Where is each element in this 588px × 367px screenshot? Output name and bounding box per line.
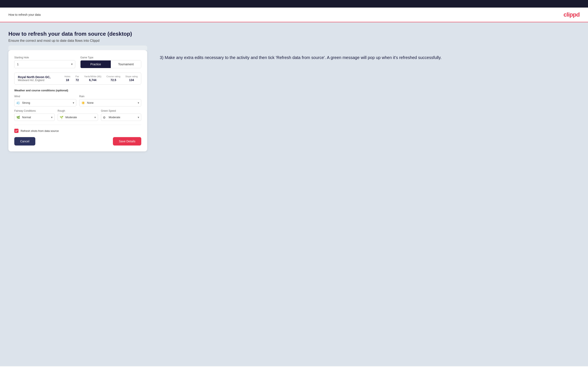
form-card: Starting Hole 1 10 ▼ Game Type Practice … xyxy=(9,50,147,151)
conditions-section-title: Weather and course conditions (optional) xyxy=(14,89,141,92)
rain-group: Rain ☀️ None Light Heavy ▼ xyxy=(79,95,141,107)
top-bar xyxy=(0,0,588,8)
wind-select[interactable]: Strong Light None xyxy=(14,99,76,107)
course-rating-label: Course rating xyxy=(106,75,120,78)
course-stats: Holes 18 Par 72 Yards/White (M)) 6,744 xyxy=(65,75,138,82)
green-speed-group: Green Speed ⊙ Moderate Slow Fast ▼ xyxy=(101,109,141,121)
game-type-label: Game Type xyxy=(80,56,141,59)
logo: clippd xyxy=(564,11,579,18)
header: How to refresh your data clippd xyxy=(0,8,588,22)
yards-value: 6,744 xyxy=(89,78,96,82)
green-speed-label: Green Speed xyxy=(101,109,141,112)
divider xyxy=(14,125,141,125)
refresh-label: Refresh shots from data source xyxy=(21,129,59,133)
holes-label: Holes xyxy=(65,75,70,78)
wind-select-wrapper: 💨 Strong Light None ▼ xyxy=(14,99,76,107)
cancel-button[interactable]: Cancel xyxy=(14,137,35,145)
game-type-toggle: Practice Tournament xyxy=(80,60,141,68)
course-table: Royal North Devon GC, Westward Ho!, Engl… xyxy=(14,72,141,85)
course-name-primary: Royal North Devon GC, xyxy=(18,75,65,79)
fairway-select-wrapper: 🌿 Normal Soft Firm ▼ xyxy=(14,114,55,121)
rain-select-wrapper: ☀️ None Light Heavy ▼ xyxy=(79,99,141,107)
slope-rating-stat: Slope rating 134 xyxy=(125,75,138,82)
rough-label: Rough xyxy=(58,109,98,112)
wind-rain-row: Wind 💨 Strong Light None ▼ Rain ☀️ xyxy=(14,95,141,107)
course-name-secondary: Westward Ho!, England xyxy=(18,79,65,82)
yards-stat: Yards/White (M)) 6,744 xyxy=(84,75,101,82)
header-title: How to refresh your data xyxy=(9,13,41,16)
rough-select[interactable]: Moderate Light Heavy xyxy=(58,114,98,121)
holes-value: 18 xyxy=(66,78,69,82)
rough-select-wrapper: 🌱 Moderate Light Heavy ▼ xyxy=(58,114,98,121)
yards-label: Yards/White (M)) xyxy=(84,75,101,78)
practice-button[interactable]: Practice xyxy=(80,60,111,68)
fairway-rough-green-row: Fairway Conditions 🌿 Normal Soft Firm ▼ … xyxy=(14,109,141,121)
holes-stat: Holes 18 xyxy=(65,75,70,82)
par-stat: Par 72 xyxy=(76,75,79,82)
par-value: 72 xyxy=(76,78,79,82)
refresh-checkbox[interactable] xyxy=(14,129,18,133)
course-name: Royal North Devon GC, Westward Ho!, Engl… xyxy=(18,75,65,82)
button-row: Cancel Save Details xyxy=(14,137,141,145)
green-speed-select[interactable]: Moderate Slow Fast xyxy=(101,114,141,121)
starting-hole-label: Starting Hole xyxy=(14,56,75,59)
content-layout: Starting Hole 1 10 ▼ Game Type Practice … xyxy=(9,50,579,151)
fairway-group: Fairway Conditions 🌿 Normal Soft Firm ▼ xyxy=(14,109,55,121)
starting-hole-select[interactable]: 1 10 xyxy=(14,60,75,68)
wind-group: Wind 💨 Strong Light None ▼ xyxy=(14,95,76,107)
slope-rating-value: 134 xyxy=(129,78,134,82)
wind-label: Wind xyxy=(14,95,76,98)
right-panel: 3) Make any extra edits necessary to the… xyxy=(160,50,579,61)
fairway-label: Fairway Conditions xyxy=(14,109,55,112)
fairway-select[interactable]: Normal Soft Firm xyxy=(14,114,55,121)
rain-label: Rain xyxy=(79,95,141,98)
starting-hole-group: Starting Hole 1 10 ▼ xyxy=(14,56,75,68)
slope-rating-label: Slope rating xyxy=(125,75,138,78)
tournament-button[interactable]: Tournament xyxy=(111,60,141,68)
footer: Copyright Clippd 2022 xyxy=(0,366,588,367)
par-label: Par xyxy=(76,75,79,78)
main-content: How to refresh your data from source (de… xyxy=(0,22,588,366)
page-title: How to refresh your data from source (de… xyxy=(9,31,579,37)
course-rating-stat: Course rating 72.5 xyxy=(106,75,120,82)
rain-select[interactable]: None Light Heavy xyxy=(79,99,141,107)
course-rating-value: 72.5 xyxy=(111,78,116,82)
page-subtitle: Ensure the correct and most up to date d… xyxy=(9,39,579,43)
course-row: Royal North Devon GC, Westward Ho!, Engl… xyxy=(15,73,141,84)
refresh-checkbox-row: Refresh shots from data source xyxy=(14,129,141,133)
starting-hole-select-wrapper: 1 10 ▼ xyxy=(14,60,75,68)
save-button[interactable]: Save Details xyxy=(113,137,141,145)
instruction-text: 3) Make any extra edits necessary to the… xyxy=(160,54,579,61)
game-type-group: Game Type Practice Tournament xyxy=(80,56,141,68)
green-speed-select-wrapper: ⊙ Moderate Slow Fast ▼ xyxy=(101,114,141,121)
rough-group: Rough 🌱 Moderate Light Heavy ▼ xyxy=(58,109,98,121)
starting-hole-game-type-row: Starting Hole 1 10 ▼ Game Type Practice … xyxy=(14,56,141,68)
